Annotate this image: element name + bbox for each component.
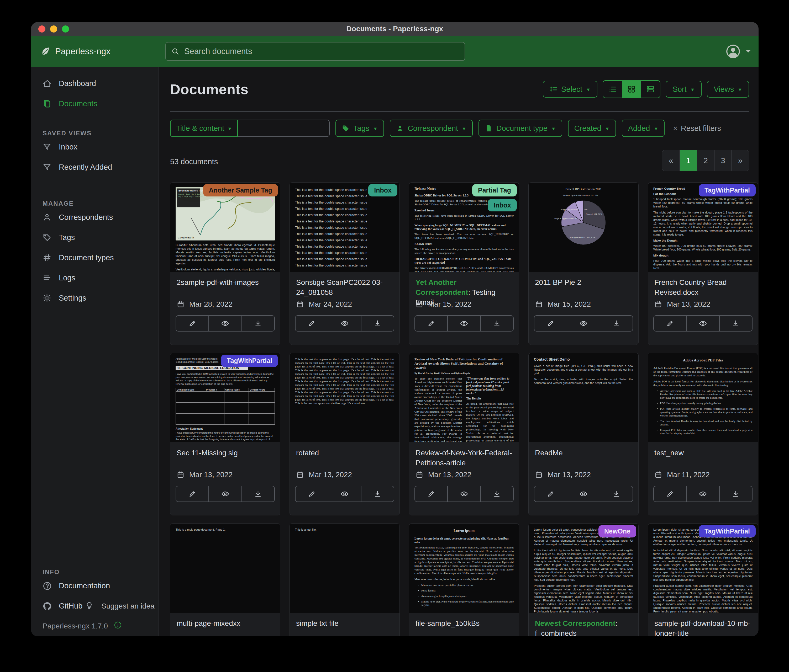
preview-document-button[interactable] xyxy=(328,316,361,331)
document-thumbnail[interactable]: This is a test file. xyxy=(290,524,399,613)
download-document-button[interactable] xyxy=(480,486,513,502)
tag-badge[interactable]: TagWithPartial xyxy=(699,525,755,537)
download-document-button[interactable] xyxy=(361,486,394,502)
sidebar-item-suggest-idea[interactable]: Suggest an idea xyxy=(82,596,154,616)
search-bar[interactable] xyxy=(165,42,465,61)
download-document-button[interactable] xyxy=(361,316,394,331)
preview-document-button[interactable] xyxy=(567,316,599,331)
document-thumbnail[interactable]: Adobe Acrobat PDF FilesAdobe® Portable D… xyxy=(648,353,758,442)
pagination-prev[interactable]: « xyxy=(662,150,680,171)
edit-document-button[interactable] xyxy=(415,486,447,502)
preview-document-button[interactable] xyxy=(686,316,719,331)
document-card[interactable]: Release NotesSimba ODBC Driver for SQL S… xyxy=(409,182,519,345)
edit-document-button[interactable] xyxy=(534,316,567,331)
search-input[interactable] xyxy=(184,46,459,56)
tag-badge[interactable]: Inbox xyxy=(488,199,517,212)
user-menu[interactable] xyxy=(725,36,752,67)
sidebar-item-recently-added[interactable]: Recently Added xyxy=(31,157,158,177)
info-icon[interactable]: i xyxy=(113,621,122,631)
select-button[interactable]: Select▼ xyxy=(543,81,597,97)
document-card[interactable]: Application for Medical Staff MembersGoo… xyxy=(170,353,280,515)
edit-document-button[interactable] xyxy=(654,486,686,502)
document-card[interactable]: Lorem ipsumLorem ipsum dolor sit amet, c… xyxy=(409,523,519,636)
document-card[interactable]: This is a multi page document. Page 1.mu… xyxy=(170,523,280,636)
tag-badge[interactable]: NewOne xyxy=(599,525,636,537)
download-document-button[interactable] xyxy=(719,486,752,502)
preview-document-button[interactable] xyxy=(567,486,599,502)
document-card[interactable]: This is a test for the double space char… xyxy=(289,182,400,345)
document-card[interactable]: Boundary Waters TripLegend — Day 1 · Day… xyxy=(170,182,280,345)
pagination-page-3[interactable]: 3 xyxy=(714,150,732,171)
document-title[interactable]: sample-pdf-download-10-mb-longer-title xyxy=(654,618,751,636)
document-card[interactable]: Lorem ipsum dolor sit amet, consectetur … xyxy=(648,523,758,636)
download-document-button[interactable] xyxy=(241,316,274,331)
document-thumbnail[interactable]: Review of New York Federal Petitions for… xyxy=(409,353,519,442)
created-filter-button[interactable]: Created▼ xyxy=(568,119,616,137)
document-thumbnail[interactable]: This is a multi page document. Page 1. xyxy=(170,524,280,613)
sidebar-item-dashboard[interactable]: Dashboard xyxy=(31,73,158,94)
title-content-filter-button[interactable]: Title & content▼ xyxy=(170,119,238,137)
document-card[interactable]: Review of New York Federal Petitions for… xyxy=(409,353,519,515)
document-title[interactable]: Newest Correspondent: f_combineds xyxy=(535,618,632,636)
reset-filters-button[interactable]: × Reset filters xyxy=(671,124,723,133)
minimize-window-button[interactable] xyxy=(50,25,57,32)
edit-document-button[interactable] xyxy=(415,316,447,331)
document-card[interactable]: This is a test file.simple txt file xyxy=(289,523,400,636)
document-title[interactable]: ReadMe xyxy=(535,448,632,458)
document-card[interactable]: French Country BreadFor the Lesson:1 hea… xyxy=(648,182,758,345)
pagination-next[interactable]: » xyxy=(732,150,749,171)
download-document-button[interactable] xyxy=(600,486,632,502)
sidebar-item-document-types[interactable]: Document types xyxy=(31,248,158,268)
tag-badge[interactable]: Another Sample Tag xyxy=(203,184,278,196)
tag-badge[interactable]: TagWithPartial xyxy=(221,355,278,367)
document-card[interactable]: This is the text that appears on the fir… xyxy=(289,353,400,515)
sidebar-item-inbox[interactable]: Inbox xyxy=(31,137,158,157)
document-title[interactable]: Sec 11-Missing sig xyxy=(177,448,274,458)
close-window-button[interactable] xyxy=(38,25,45,32)
document-correspondent-link[interactable]: Newest Correspondent xyxy=(535,619,615,627)
document-title[interactable]: Sonstige ScanPC2022 03-24_081058 xyxy=(296,277,393,298)
preview-document-button[interactable] xyxy=(686,486,719,502)
sidebar-item-settings[interactable]: Settings xyxy=(31,288,158,308)
sidebar-item-logs[interactable]: Logs xyxy=(31,268,158,288)
zoom-window-button[interactable] xyxy=(62,25,69,32)
download-document-button[interactable] xyxy=(600,316,632,331)
document-thumbnail[interactable]: This is the text that appears on the fir… xyxy=(290,353,399,442)
added-filter-button[interactable]: Added▼ xyxy=(622,119,665,137)
document-card[interactable]: Contact Sheet DemoGiven a set of image f… xyxy=(529,353,639,515)
sidebar-item-correspondents[interactable]: Correspondents xyxy=(31,207,158,228)
tags-filter-button[interactable]: Tags▼ xyxy=(335,119,384,137)
document-title[interactable]: test_new xyxy=(654,448,751,458)
preview-document-button[interactable] xyxy=(208,316,241,331)
preview-document-button[interactable] xyxy=(208,486,241,502)
document-card[interactable]: Patient BP Distribution 2011Normal, 151,… xyxy=(529,182,639,345)
tag-badge[interactable]: Partial Tag xyxy=(472,184,517,196)
document-thumbnail[interactable]: Lorem ipsumLorem ipsum dolor sit amet, c… xyxy=(409,524,519,613)
edit-document-button[interactable] xyxy=(534,486,567,502)
preview-document-button[interactable] xyxy=(447,316,480,331)
document-title[interactable]: multi-page-mixedxx xyxy=(177,618,274,629)
title-content-filter-input[interactable] xyxy=(238,119,330,137)
edit-document-button[interactable] xyxy=(295,316,328,331)
sidebar-item-documents[interactable]: Documents xyxy=(31,94,158,114)
sidebar-item-documentation[interactable]: Documentation xyxy=(31,576,158,596)
document-title[interactable]: French Country Bread Revised.docx xyxy=(654,277,751,298)
pagination-page-1[interactable]: 1 xyxy=(680,150,697,171)
detail-view-button[interactable] xyxy=(641,81,660,97)
document-title[interactable]: Review-of-New-York-Federal-Petitions-art… xyxy=(415,448,513,468)
document-card[interactable]: Lorem ipsum dolor sit amet, consectetur … xyxy=(529,523,639,636)
document-thumbnail[interactable]: Contact Sheet DemoGiven a set of image f… xyxy=(529,353,638,442)
edit-document-button[interactable] xyxy=(176,316,208,331)
views-button[interactable]: Views▼ xyxy=(707,81,749,97)
download-document-button[interactable] xyxy=(719,316,752,331)
preview-document-button[interactable] xyxy=(447,486,480,502)
document-thumbnail[interactable]: Patient BP Distribution 2011Normal, 151,… xyxy=(529,183,638,272)
download-document-button[interactable] xyxy=(241,486,274,502)
grid-view-button[interactable] xyxy=(622,81,641,97)
document-type-filter-button[interactable]: Document type▼ xyxy=(479,119,562,137)
document-title[interactable]: rotated xyxy=(296,448,393,458)
document-correspondent-link[interactable]: Yet Another Correspondent xyxy=(415,278,468,296)
preview-document-button[interactable] xyxy=(328,486,361,502)
pagination-page-2[interactable]: 2 xyxy=(697,150,714,171)
edit-document-button[interactable] xyxy=(176,486,208,502)
